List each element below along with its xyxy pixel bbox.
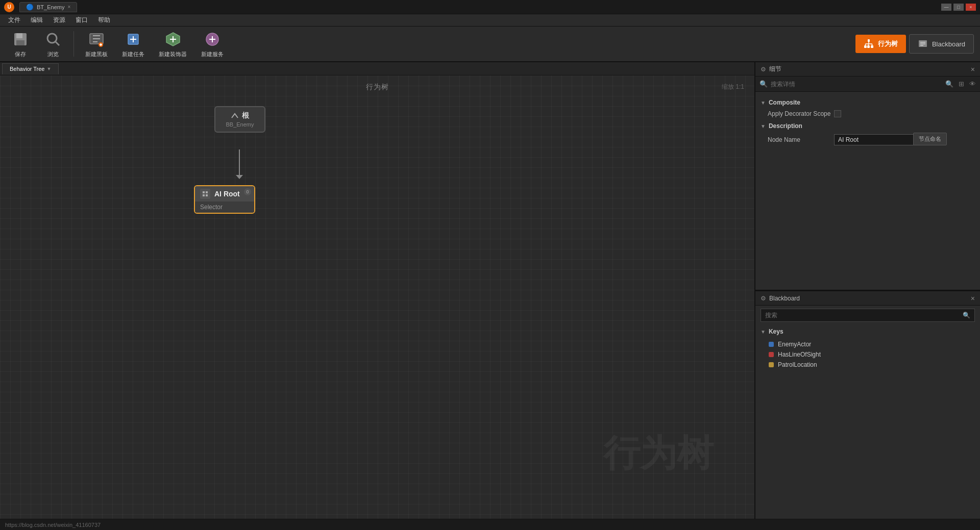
blackboard-search-container: 🔍 xyxy=(755,306,980,325)
restore-button[interactable]: □ xyxy=(953,4,964,11)
toolbar-separator-1 xyxy=(74,31,74,57)
file-tab-label: BT_Enemy xyxy=(37,4,64,10)
eye-icon[interactable]: 👁 xyxy=(969,80,976,88)
grid-view-icon[interactable]: ⊞ xyxy=(959,80,964,88)
composite-section-title: Composite xyxy=(769,99,800,106)
behavior-tree-button[interactable]: 行为树 xyxy=(855,35,906,53)
svg-rect-23 xyxy=(867,45,870,48)
status-url: https://blog.csdn.net/weixin_41160737 xyxy=(5,522,101,528)
save-label: 保存 xyxy=(15,51,26,58)
new-task-label: 新建任务 xyxy=(122,51,144,58)
menu-file[interactable]: 文件 xyxy=(3,15,26,26)
canvas-title: 行为树 xyxy=(366,83,389,92)
details-header-title: 细节 xyxy=(769,65,968,73)
tab-behavior-tree[interactable]: Behavior Tree ▼ xyxy=(2,63,59,74)
new-blackboard-label: 新建黑板 xyxy=(85,51,108,58)
toolbar-right: 行为树 Blackboard xyxy=(855,34,974,54)
blackboard-search-bar[interactable]: 🔍 xyxy=(761,309,975,322)
new-service-icon xyxy=(203,30,222,48)
details-content: ▼ Composite Apply Decorator Scope ▼ Desc… xyxy=(755,92,980,290)
apply-decorator-scope-checkbox[interactable] xyxy=(834,110,841,117)
root-node[interactable]: 根 BB_Enemy xyxy=(214,106,265,133)
minimize-button[interactable]: — xyxy=(941,4,951,11)
canvas[interactable]: 行为树 缩放 1:1 行为树 根 BB_Enemy AI xyxy=(0,75,754,519)
details-search-input[interactable] xyxy=(771,81,942,88)
svg-rect-35 xyxy=(206,191,208,193)
window-controls: — □ × xyxy=(941,4,976,11)
bb-key-patrol-location: PatrolLocation xyxy=(761,360,975,370)
blackboard-close-button[interactable]: × xyxy=(971,294,975,302)
new-service-label: 新建服务 xyxy=(201,51,224,58)
node-name-row: Node Name ↺ 节点命名 xyxy=(761,134,975,145)
node-name-input[interactable] xyxy=(834,134,925,145)
tab-strip: Behavior Tree ▼ xyxy=(0,62,754,75)
titlebar: U 🔵 BT_Enemy × — □ × xyxy=(0,0,980,14)
blackboard-toolbar-label: Blackboard xyxy=(932,40,965,48)
right-panel: ⚙ 细节 × 🔍 🔍 ⊞ 👁 ▼ Composite Apply Decorat… xyxy=(755,62,980,519)
browse-icon xyxy=(44,30,62,48)
canvas-grid xyxy=(0,75,754,519)
svg-rect-34 xyxy=(203,191,205,193)
blackboard-panel-title: Blackboard xyxy=(769,295,968,302)
blackboard-search-icon: 🔍 xyxy=(963,312,970,319)
keys-section-title: Keys xyxy=(769,328,783,335)
blackboard-panel: ⚙ Blackboard × 🔍 ▼ Keys EnemyActor xyxy=(755,291,980,519)
new-blackboard-icon xyxy=(87,30,106,48)
root-icon xyxy=(231,112,239,120)
composite-arrow-icon[interactable]: ▼ xyxy=(761,100,766,106)
selector-node[interactable]: AI Root 0 Selector xyxy=(194,185,255,214)
new-blackboard-button[interactable]: 新建黑板 xyxy=(80,27,113,61)
search-icon-right: 🔍 xyxy=(945,80,953,88)
patrol-location-dot xyxy=(769,362,774,367)
new-task-button[interactable]: 新建任务 xyxy=(117,27,150,61)
selector-node-type: Selector xyxy=(195,201,254,213)
browse-button[interactable]: 浏览 xyxy=(39,27,67,61)
browse-label: 浏览 xyxy=(47,51,59,58)
details-close-button[interactable]: × xyxy=(971,65,975,73)
has-los-dot xyxy=(769,352,774,357)
file-tab-icon: 🔵 xyxy=(26,4,34,11)
blackboard-keys-header: ▼ Keys xyxy=(761,328,975,335)
details-search-bar[interactable]: 🔍 🔍 ⊞ 👁 xyxy=(755,77,980,92)
menu-asset[interactable]: 资源 xyxy=(48,15,70,26)
statusbar: https://blog.csdn.net/weixin_41160737 xyxy=(0,519,980,530)
close-button[interactable]: × xyxy=(966,4,976,11)
blackboard-search-input[interactable] xyxy=(765,312,960,319)
left-panel: Behavior Tree ▼ 行为树 缩放 1:1 行为树 根 BB_Enem… xyxy=(0,62,755,519)
file-tab[interactable]: 🔵 BT_Enemy × xyxy=(19,2,77,12)
menu-edit[interactable]: 编辑 xyxy=(26,15,48,26)
bb-key-has-line-of-sight: HasLineOfSight xyxy=(761,349,975,360)
selector-node-header: AI Root 0 xyxy=(195,186,254,201)
new-decorator-icon xyxy=(164,30,182,48)
tab-close-button[interactable]: × xyxy=(67,4,70,10)
tab-dropdown-icon[interactable]: ▼ xyxy=(46,66,51,71)
save-button[interactable]: 保存 xyxy=(6,27,35,61)
svg-point-3 xyxy=(47,34,57,43)
svg-rect-24 xyxy=(871,45,873,48)
node-name-label: Node Name xyxy=(768,136,834,143)
selector-badge: 0 xyxy=(244,188,251,195)
menu-window[interactable]: 窗口 xyxy=(70,15,93,26)
selector-node-name: AI Root xyxy=(214,190,240,198)
enemy-actor-label: EnemyActor xyxy=(778,341,811,348)
description-section-header: ▼ Description xyxy=(761,122,975,130)
svg-rect-1 xyxy=(16,33,22,38)
behavior-tree-label: 行为树 xyxy=(878,39,898,48)
root-node-subtext: BB_Enemy xyxy=(225,121,255,128)
svg-rect-37 xyxy=(206,194,208,196)
composite-section-header: ▼ Composite xyxy=(761,99,975,106)
node-name-tooltip: 节点命名 xyxy=(913,133,947,145)
keys-arrow-icon[interactable]: ▼ xyxy=(761,329,766,335)
description-arrow-icon[interactable]: ▼ xyxy=(761,123,766,129)
patrol-location-label: PatrolLocation xyxy=(778,361,817,368)
new-decorator-button[interactable]: 新建装饰器 xyxy=(154,27,192,61)
menu-help[interactable]: 帮助 xyxy=(93,15,115,26)
details-panel-header: ⚙ 细节 × xyxy=(755,62,980,77)
blackboard-keys: ▼ Keys EnemyActor HasLineOfSight PatrolL… xyxy=(755,325,980,373)
blackboard-toolbar-button[interactable]: Blackboard xyxy=(909,34,974,54)
new-service-button[interactable]: 新建服务 xyxy=(196,27,229,61)
save-icon xyxy=(11,30,30,48)
svg-rect-21 xyxy=(868,39,870,42)
behavior-tree-tab-label: Behavior Tree xyxy=(10,66,44,72)
connector-line xyxy=(239,149,240,178)
